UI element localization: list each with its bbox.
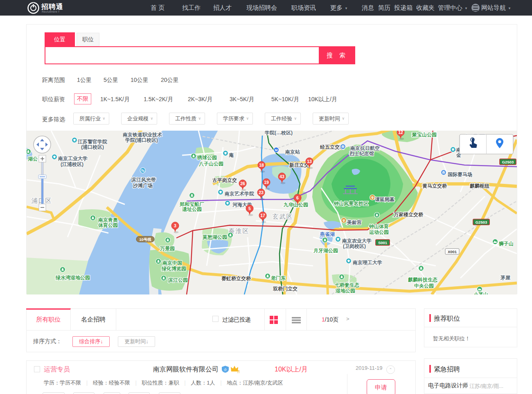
job-date: 2019-11-19 — [356, 365, 383, 371]
svg-text:10号线: 10号线 — [139, 237, 151, 242]
apply-button[interactable]: 申请 — [367, 379, 395, 394]
nav-messages[interactable]: 消息 — [362, 5, 374, 11]
distance-10km[interactable]: 10公里 — [131, 77, 149, 84]
map[interactable]: M — [27, 131, 517, 294]
park-icon — [60, 267, 65, 272]
svg-text:月: 月 — [237, 370, 239, 373]
job-checkbox[interactable] — [34, 366, 40, 372]
map-label: 庵 — [228, 152, 234, 158]
job-tag — [128, 392, 150, 394]
no-jobs-message: 暂无相关职位！ — [433, 335, 470, 342]
search-map-panel: 位置 职位 搜 索 距离范围 1公里 5公里 10公里 20公里 职位薪资 不限… — [26, 24, 517, 294]
svg-text:19: 19 — [264, 180, 269, 185]
map-label: 南京抗日航空 — [350, 145, 380, 151]
map-label: 南京工业大学 — [58, 156, 88, 161]
uni-icon — [451, 147, 456, 152]
svg-text:G2503: G2503 — [502, 160, 514, 164]
distance-5km[interactable]: 5公里 — [104, 77, 118, 84]
metro-icon — [274, 147, 279, 153]
nav-home[interactable]: 首 页 — [151, 5, 165, 11]
tab-all-jobs[interactable]: 所有职位 — [27, 309, 71, 330]
job-tag — [73, 392, 95, 394]
dropdown-company-size[interactable]: 企业规模∨ — [121, 113, 157, 125]
dropdown-industry[interactable]: 所属行业∨ — [73, 113, 109, 125]
svg-text:18: 18 — [259, 163, 264, 168]
park-icon — [90, 215, 96, 221]
job-title[interactable]: 运营专员 — [44, 365, 70, 374]
nav-more[interactable]: 更多▼ — [330, 5, 348, 12]
sort-update-time-button[interactable]: 更新时间↓ — [118, 336, 155, 347]
map-label: 麒麟枢纽 — [469, 183, 489, 189]
nav-find-talent[interactable]: 招人才 — [213, 5, 232, 11]
next-page-button[interactable]: > — [346, 316, 349, 322]
salary-unlimited[interactable]: 不限 — [74, 93, 91, 104]
distance-1km[interactable]: 1公里 — [77, 77, 92, 84]
svg-text:17: 17 — [260, 213, 265, 218]
nav-favorites[interactable]: 收藏夹 — [416, 5, 435, 11]
map-label: 九华山公园 — [283, 202, 308, 208]
map-label: 南京理工大学 — [352, 260, 382, 265]
map-label: (卫岗校区) — [343, 243, 366, 249]
nav-news[interactable]: 职场资讯 — [291, 5, 316, 11]
map-pan-control[interactable] — [34, 136, 51, 153]
uni-icon — [336, 237, 341, 242]
filter-delivered-checkbox[interactable] — [212, 316, 219, 322]
nav-manage-center[interactable]: 管理中心▼ — [438, 5, 468, 12]
mountain-icon — [477, 287, 482, 292]
recommended-jobs-title: 推荐职位 — [434, 315, 460, 323]
job-card[interactable]: 运营专员 南京网眼软件有限公司 企 月 10K以上/月 2019-11-19 ⌃… — [26, 360, 416, 394]
map-label: 绣球公园 — [197, 155, 217, 161]
search-button[interactable]: 搜 索 — [319, 46, 355, 64]
nav-sendbox[interactable]: 投递箱 — [394, 5, 413, 11]
map-label: 中央公园 — [414, 283, 434, 289]
park-icon — [265, 274, 271, 279]
nav-resume[interactable]: 简历 — [378, 5, 390, 11]
urgent-job-title[interactable]: 电子电路设计师 — [428, 382, 468, 389]
svg-text:6: 6 — [296, 195, 299, 200]
salary-1k-1.5k[interactable]: 1K~1.5K/月 — [100, 96, 130, 103]
svg-text:S001: S001 — [378, 240, 388, 245]
tab-location[interactable]: 位置 — [45, 32, 75, 46]
dropdown-job-type[interactable]: 工作性质∨ — [169, 113, 205, 125]
salary-3k-5k[interactable]: 3K~5K/月 — [230, 96, 254, 103]
salary-1.5k-2k[interactable]: 1.5K~2K/月 — [144, 96, 173, 103]
job-salary: 10K以上/月 — [275, 365, 308, 374]
park-icon — [191, 154, 196, 159]
nav-find-job[interactable]: 找工作 — [182, 5, 201, 11]
park-icon — [322, 238, 328, 243]
search-input[interactable] — [45, 46, 320, 64]
map-label: 万家楼立交桥 — [393, 212, 424, 217]
grid-view-icon[interactable] — [270, 316, 278, 324]
map-label: 滨江风光带 — [131, 177, 156, 183]
salary-10k-plus[interactable]: 10K以上/月 — [308, 96, 337, 103]
tab-position[interactable]: 职位 — [77, 33, 99, 46]
map-label: 双桥门立交 — [273, 286, 298, 292]
salary-2k-3k[interactable]: 2K~3K/月 — [188, 96, 212, 103]
map-label: 烈士纪念馆 — [349, 151, 374, 156]
map-label: 莫愁湖公园 — [202, 234, 227, 240]
map-label: 玄武区 — [273, 213, 293, 220]
dropdown-update-time[interactable]: 更新时间∨ — [313, 113, 349, 125]
chevron-down-icon: ∨ — [246, 113, 249, 124]
section-accent-bar — [429, 365, 431, 373]
salary-5k-10k[interactable]: 5K~10K/月 — [271, 96, 299, 103]
job-headcount: 人数：1人 — [191, 380, 215, 386]
job-company[interactable]: 南京网眼软件有限公司 — [153, 365, 219, 374]
map-label: 聚宝山公园 — [412, 132, 437, 138]
dropdown-education[interactable]: 学历要求∨ — [217, 113, 253, 125]
nav-job-fair[interactable]: 现场招聘会 — [246, 5, 277, 11]
map-label: 古平岗立交 — [212, 177, 237, 183]
nav-site-nav[interactable]: 网站导航▼ — [481, 5, 511, 12]
dropdown-experience[interactable]: 工作经验∨ — [265, 113, 301, 125]
map-label: 钟山风景名胜区 — [334, 201, 368, 206]
chevron-down-icon: ▼ — [508, 5, 511, 12]
map-tools[interactable] — [460, 134, 513, 154]
tab-famous-companies[interactable]: 名企招聘 — [71, 309, 116, 330]
distance-20km[interactable]: 20公里 — [161, 77, 179, 84]
uni-icon — [72, 138, 77, 143]
collapse-button[interactable]: ⌃ — [386, 365, 395, 374]
sort-comprehensive-button[interactable]: 综合排序↓ — [72, 336, 110, 347]
map-label: 赛虹桥立交桥 — [221, 276, 251, 281]
uni-icon — [218, 190, 223, 195]
list-view-icon[interactable] — [292, 317, 301, 324]
